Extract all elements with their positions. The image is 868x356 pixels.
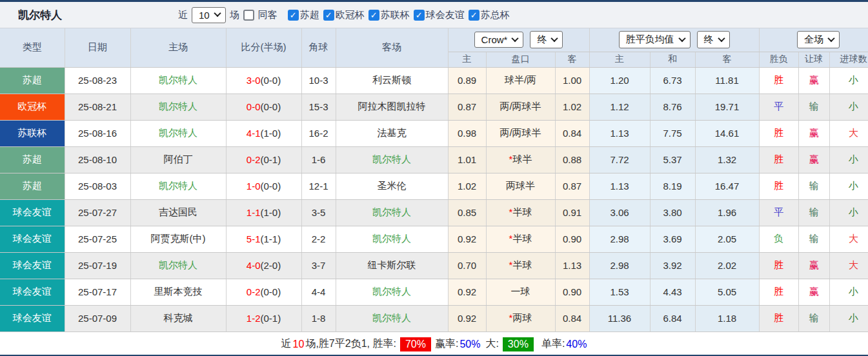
team-title: 凯尔特人 — [18, 8, 62, 23]
chevron-down-icon — [827, 35, 834, 42]
avg-home-cell: 11.36 — [589, 305, 650, 331]
away-team-cell[interactable]: 阿拉木图凯拉特 — [336, 94, 448, 120]
corners-cell: 10-3 — [301, 67, 336, 94]
odds-source-select[interactable]: Crow* — [474, 32, 524, 48]
type-badge: 球会友谊 — [0, 252, 65, 279]
away-team-cell[interactable]: 纽卡斯尔联 — [336, 252, 448, 279]
home-team-cell[interactable]: 阿伯丁 — [130, 146, 226, 173]
league-checkbox-label: 苏联杯 — [381, 9, 410, 21]
odds-home-cell: 0.98 — [448, 120, 486, 146]
avg-draw-cell: 3.69 — [650, 226, 695, 252]
away-team-cell[interactable]: 凯尔特人 — [336, 146, 448, 173]
avg-metric-select[interactable]: 胜平负均值 — [619, 31, 691, 48]
type-badge: 苏超 — [0, 146, 65, 173]
avg-away-cell: 14.61 — [695, 120, 759, 146]
goals-cell: 大 — [829, 226, 868, 252]
handicap-cell: 两/两球半 — [486, 120, 555, 146]
goals-cell: 大 — [829, 252, 868, 279]
avg-time-select[interactable]: 终 — [697, 31, 730, 48]
corners-cell: 1-8 — [301, 305, 336, 331]
corners-cell: 2-2 — [301, 226, 336, 252]
league-checkbox[interactable]: ✓ — [368, 10, 379, 21]
table-row: 球会友谊25-07-19凯尔特人4-0(2-0)3-7纽卡斯尔联0.70*半球1… — [0, 252, 868, 279]
table-row: 球会友谊25-07-17里斯本竞技0-2(0-0)4-4凯尔特人0.92一球0.… — [0, 279, 868, 305]
odds-time-select[interactable]: 终 — [530, 31, 563, 48]
score-half: (0-1) — [261, 313, 281, 324]
recent-count-select[interactable]: 10 — [192, 7, 226, 23]
avg-draw-cell: 4.43 — [650, 279, 695, 305]
goals-cell: 小 — [829, 94, 868, 120]
score-cell: 1-1(1-0) — [226, 199, 301, 226]
away-team-cell[interactable]: 法基克 — [336, 120, 448, 146]
date-cell: 25-08-16 — [65, 120, 130, 146]
match-table: 类型 日期 主场 比分(半场) 角球 客场 Crow* 终 — [0, 28, 868, 332]
type-badge: 球会友谊 — [0, 279, 65, 305]
handicap-result-cell: 输 — [798, 226, 829, 252]
summary-winodds-label: 赢率: — [435, 337, 458, 351]
score-half: (0-0) — [261, 101, 281, 112]
avg-away-cell: 1.18 — [695, 305, 759, 331]
home-team-cell[interactable]: 凯尔特人 — [130, 173, 226, 199]
date-cell: 25-07-09 — [65, 305, 130, 331]
handicap-cell: *球半 — [486, 146, 555, 173]
league-checkbox[interactable]: ✓ — [469, 10, 479, 21]
league-checkbox-label: 苏总杯 — [481, 9, 510, 21]
avg-group-header: 胜平负均值 终 — [589, 28, 759, 52]
avg-away-cell: 5.05 — [695, 279, 759, 305]
goals-cell: 小 — [829, 279, 868, 305]
result-cell: 胜 — [759, 252, 798, 279]
odds-home-cell: 0.89 — [448, 67, 486, 94]
away-team-cell[interactable]: 凯尔特人 — [336, 305, 448, 331]
home-team-cell[interactable]: 科克城 — [130, 305, 226, 331]
score-main: 1-2 — [247, 313, 261, 324]
col-header-date: 日期 — [65, 28, 130, 67]
avg-home-cell: 2.98 — [589, 226, 650, 252]
away-team-cell[interactable]: 凯尔特人 — [336, 226, 448, 252]
away-team-cell[interactable]: 圣米伦 — [336, 173, 448, 199]
subheader-avg-draw: 和 — [650, 52, 695, 67]
away-team-cell[interactable]: 凯尔特人 — [336, 279, 448, 305]
league-checkbox[interactable]: ✓ — [414, 10, 425, 21]
summary-single-label: 单率: — [541, 337, 565, 351]
subheader-handicap-result: 让球 — [798, 52, 829, 67]
league-checkbox[interactable]: ✓ — [288, 10, 299, 21]
score-half: (1-0) — [261, 207, 281, 218]
handicap-cell: 两/两球半 — [486, 94, 555, 120]
avg-home-cell: 1.12 — [589, 94, 650, 120]
result-cell: 胜 — [759, 120, 798, 146]
avg-draw-cell: 5.37 — [650, 146, 695, 173]
home-team-cell[interactable]: 吉达国民 — [130, 199, 226, 226]
filter-controls: 近 10 场 同客 ✓苏超✓欧冠杯✓苏联杯✓球会友谊✓苏总杯 — [178, 7, 512, 23]
single-rate: 40% — [566, 339, 587, 350]
home-team-cell[interactable]: 凯尔特人 — [130, 120, 226, 146]
handicap-star: * — [509, 259, 513, 270]
big-rate-badge: 30% — [503, 337, 534, 351]
league-checkbox[interactable]: ✓ — [323, 10, 334, 21]
home-team-cell[interactable]: 凯尔特人 — [130, 94, 226, 120]
handicap-star: * — [509, 206, 513, 217]
odds-away-cell: 1.13 — [555, 252, 589, 279]
score-main: 1-1 — [247, 207, 261, 218]
avg-home-cell: 1.20 — [589, 67, 650, 94]
home-team-cell[interactable]: 阿贾克斯(中) — [130, 226, 226, 252]
home-team-cell[interactable]: 凯尔特人 — [130, 67, 226, 94]
col-header-away: 客场 — [336, 28, 448, 67]
avg-draw-cell: 7.75 — [650, 120, 695, 146]
same-away-checkbox[interactable] — [243, 10, 254, 21]
recent-count-value: 10 — [199, 10, 210, 21]
home-team-cell[interactable]: 凯尔特人 — [130, 252, 226, 279]
summary-count: 10 — [293, 339, 305, 350]
home-team-cell[interactable]: 里斯本竞技 — [130, 279, 226, 305]
goals-cell: 大 — [829, 120, 868, 146]
away-team-cell[interactable]: 利云斯顿 — [336, 67, 448, 94]
odds-home-cell: 1.02 — [448, 173, 486, 199]
odds-home-cell: 0.92 — [448, 305, 486, 331]
date-cell: 25-08-23 — [65, 67, 130, 94]
league-checkbox-label: 欧冠杯 — [336, 9, 365, 21]
games-label: 场 — [230, 9, 239, 21]
date-cell: 25-07-17 — [65, 279, 130, 305]
result-cell: 负 — [759, 226, 798, 252]
score-cell: 4-1(1-0) — [226, 120, 301, 146]
scope-select[interactable]: 全场 — [797, 31, 840, 48]
away-team-cell[interactable]: 凯尔特人 — [336, 199, 448, 226]
